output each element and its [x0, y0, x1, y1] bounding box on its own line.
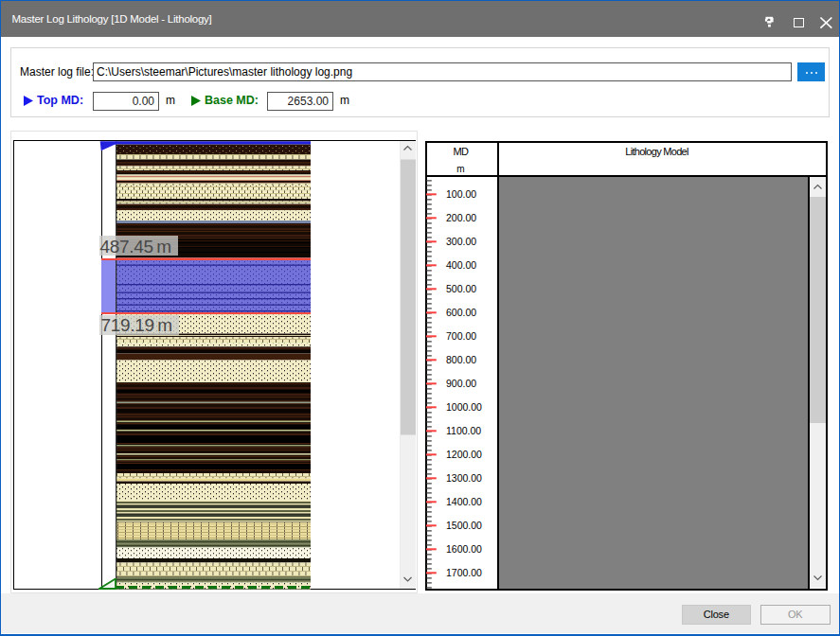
- svg-text:700.00: 700.00: [446, 330, 476, 342]
- svg-text:200.00: 200.00: [446, 212, 476, 223]
- svg-text:1100.00: 1100.00: [446, 425, 481, 436]
- svg-text:1300.00: 1300.00: [446, 472, 482, 484]
- svg-text:1700.00: 1700.00: [446, 567, 482, 578]
- svg-text:500.00: 500.00: [446, 283, 476, 294]
- svg-text:800.00: 800.00: [446, 354, 476, 365]
- svg-text:900.00: 900.00: [446, 378, 476, 389]
- svg-text:1200.00: 1200.00: [446, 449, 482, 460]
- svg-text:400.00: 400.00: [446, 259, 476, 271]
- svg-text:300.00: 300.00: [446, 236, 476, 247]
- svg-text:100.00: 100.00: [446, 188, 476, 200]
- svg-text:1000.00: 1000.00: [446, 401, 482, 413]
- svg-text:600.00: 600.00: [446, 307, 476, 318]
- svg-text:1600.00: 1600.00: [446, 543, 482, 555]
- svg-text:1400.00: 1400.00: [446, 496, 482, 507]
- svg-text:1500.00: 1500.00: [446, 520, 482, 531]
